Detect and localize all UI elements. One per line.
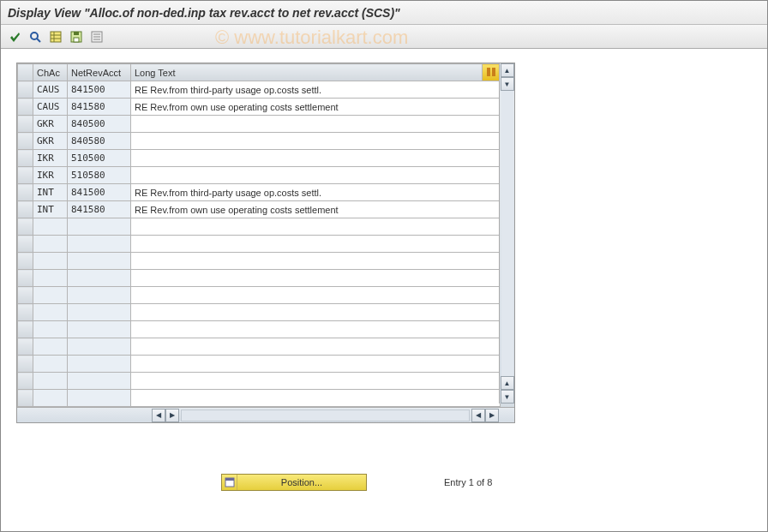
table-row[interactable] (18, 390, 501, 407)
table-row[interactable]: INT841580RE Rev.from own use operating c… (18, 201, 501, 218)
row-selector[interactable] (18, 201, 33, 218)
scroll-down-small-icon[interactable]: ▼ (501, 77, 514, 91)
cell-chac[interactable] (33, 287, 68, 304)
row-selector[interactable] (18, 167, 33, 184)
row-selector[interactable] (18, 150, 33, 167)
cell-chac[interactable]: GKR (33, 116, 68, 133)
row-selector[interactable] (18, 356, 33, 373)
cell-chac[interactable] (33, 373, 68, 390)
cell-chac[interactable] (33, 270, 68, 287)
row-selector[interactable] (18, 81, 33, 99)
table-row[interactable]: CAUS841580RE Rev.from own use operating … (18, 99, 501, 116)
cell-netrev[interactable] (68, 321, 131, 338)
cell-chac[interactable]: INT (33, 184, 68, 201)
cell-chac[interactable]: GKR (33, 133, 68, 150)
cell-chac[interactable] (33, 304, 68, 321)
cell-chac[interactable] (33, 321, 68, 338)
table-row[interactable] (18, 373, 501, 390)
table-row[interactable]: INT841500RE Rev.from third-party usage o… (18, 184, 501, 201)
col-netrev[interactable]: NetRevAcct (68, 64, 131, 81)
check-icon[interactable] (6, 28, 23, 45)
table-row[interactable]: GKR840500 (18, 116, 501, 133)
row-selector[interactable] (18, 373, 33, 390)
cell-netrev[interactable]: 510580 (68, 167, 131, 184)
configure-columns-icon[interactable] (483, 64, 501, 81)
cell-netrev[interactable] (68, 390, 131, 407)
cell-netrev[interactable] (68, 356, 131, 373)
cell-chac[interactable] (33, 253, 68, 270)
row-selector[interactable] (18, 116, 33, 133)
cell-netrev[interactable]: 510500 (68, 150, 131, 167)
row-selector[interactable] (18, 321, 33, 338)
row-selector-header[interactable] (18, 64, 33, 81)
row-selector[interactable] (18, 304, 33, 321)
scroll-left-end-icon[interactable]: ◀ (471, 409, 485, 422)
table-row[interactable] (18, 321, 501, 338)
table-row[interactable] (18, 270, 501, 287)
cell-chac[interactable] (33, 218, 68, 236)
hscroll-track[interactable] (181, 409, 470, 421)
table-row[interactable]: CAUS841500RE Rev.from third-party usage … (18, 81, 501, 99)
cell-chac[interactable]: CAUS (33, 99, 68, 116)
cell-chac[interactable]: INT (33, 201, 68, 218)
cell-netrev[interactable] (68, 236, 131, 253)
scroll-up-bottom-icon[interactable]: ▲ (501, 376, 514, 390)
cell-netrev[interactable] (68, 253, 131, 270)
cell-netrev[interactable]: 840500 (68, 116, 131, 133)
cell-netrev[interactable]: 841580 (68, 99, 131, 116)
table-row[interactable]: IKR510580 (18, 167, 501, 184)
col-longtext[interactable]: Long Text (131, 64, 483, 81)
cell-netrev[interactable]: 841500 (68, 81, 131, 99)
row-selector[interactable] (18, 184, 33, 201)
table-row[interactable] (18, 236, 501, 253)
row-selector[interactable] (18, 253, 33, 270)
col-chac[interactable]: ChAc (33, 64, 68, 81)
cell-netrev[interactable] (68, 287, 131, 304)
scroll-left-icon[interactable]: ◀ (152, 409, 165, 422)
cell-netrev[interactable]: 840580 (68, 133, 131, 150)
cell-chac[interactable] (33, 356, 68, 373)
scroll-right-icon[interactable]: ▶ (485, 409, 499, 422)
row-selector[interactable] (18, 99, 33, 116)
table-row[interactable]: GKR840580 (18, 133, 501, 150)
cell-chac[interactable] (33, 338, 68, 356)
vscroll-track[interactable] (501, 91, 513, 376)
table-row[interactable] (18, 287, 501, 304)
table-row[interactable] (18, 304, 501, 321)
table-row[interactable] (18, 338, 501, 356)
table-row[interactable] (18, 218, 501, 236)
cell-netrev[interactable] (68, 304, 131, 321)
cell-netrev[interactable]: 841580 (68, 201, 131, 218)
list-icon[interactable] (88, 28, 105, 45)
row-selector[interactable] (18, 133, 33, 150)
row-selector[interactable] (18, 287, 33, 304)
find-icon[interactable] (27, 28, 44, 45)
cell-netrev[interactable] (68, 218, 131, 236)
scroll-right-small-icon[interactable]: ▶ (165, 409, 179, 422)
cell-netrev[interactable] (68, 373, 131, 390)
cell-chac[interactable]: CAUS (33, 81, 68, 99)
vertical-scrollbar[interactable]: ▲ ▼ ▲ ▼ (499, 63, 514, 403)
cell-netrev[interactable] (68, 270, 131, 287)
save-icon[interactable] (68, 28, 85, 45)
cell-chac[interactable] (33, 390, 68, 407)
cell-netrev[interactable]: 841500 (68, 184, 131, 201)
cell-chac[interactable]: IKR (33, 167, 68, 184)
cell-netrev[interactable] (68, 338, 131, 356)
table-row[interactable] (18, 253, 501, 270)
row-selector[interactable] (18, 236, 33, 253)
row-selector[interactable] (18, 270, 33, 287)
table-row[interactable]: IKR510500 (18, 150, 501, 167)
row-selector[interactable] (18, 218, 33, 236)
scroll-down-icon[interactable]: ▼ (501, 390, 514, 403)
row-selector[interactable] (18, 338, 33, 356)
row-selector[interactable] (18, 390, 33, 407)
table-row[interactable] (18, 356, 501, 373)
table-icon[interactable] (47, 28, 64, 45)
horizontal-scrollbar[interactable]: ◀ ▶ ◀ ▶ (17, 407, 514, 422)
cell-chac[interactable] (33, 236, 68, 253)
cell-chac[interactable]: IKR (33, 150, 68, 167)
scroll-up-icon[interactable]: ▲ (501, 63, 514, 77)
position-button[interactable]: Position... (221, 474, 367, 491)
svg-rect-16 (225, 478, 234, 481)
